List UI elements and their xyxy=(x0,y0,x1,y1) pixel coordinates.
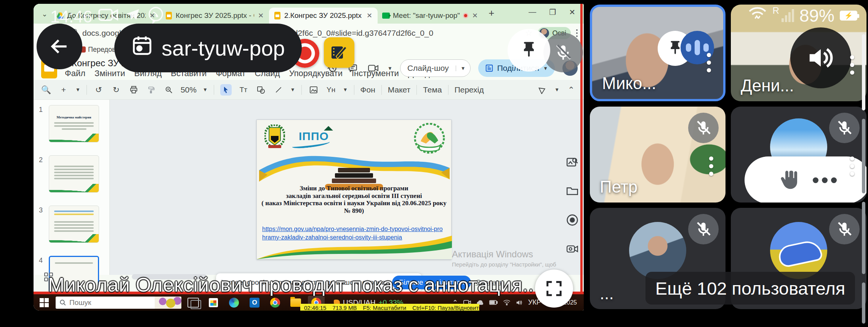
transition-button[interactable]: Перехід xyxy=(455,85,484,94)
tile-options-icon[interactable] xyxy=(709,156,713,176)
graduation-cap-icon xyxy=(324,126,333,131)
record-icon[interactable] xyxy=(566,214,578,228)
zoom-in-icon[interactable] xyxy=(163,84,175,96)
tab-slides-2-active[interactable]: 2.Конгрес ЗУ 2025.pptx - Goog ✕ xyxy=(269,8,378,24)
tab-search-chevron-icon[interactable]: ⌄ xyxy=(39,8,50,20)
print-icon[interactable] xyxy=(128,84,139,96)
tray-volume-icon[interactable] xyxy=(516,300,523,306)
tab-close-icon[interactable]: ✕ xyxy=(366,11,373,20)
avatar xyxy=(770,222,827,279)
audio-output-icon xyxy=(790,27,851,88)
new-tab-button[interactable]: + xyxy=(488,7,494,19)
slideshow-button[interactable]: Слайд-шоу xyxy=(400,64,456,73)
line-tool-icon[interactable] xyxy=(273,84,284,96)
meeting-code: sar-tyuw-pop xyxy=(162,36,285,61)
more-users-toast[interactable]: Ещё 102 пользователя xyxy=(645,272,855,305)
slides-workspace: 1 Методична майстерня 2 3 xyxy=(34,100,584,275)
shape-icon[interactable] xyxy=(255,84,267,96)
meeting-code-pill[interactable]: sar-tyuw-pop xyxy=(114,24,302,72)
meet-back-button[interactable] xyxy=(37,24,82,69)
redo-icon[interactable]: ↻ xyxy=(111,84,122,96)
windows-activation-watermark: Активація Windows Перейдіть до розділу "… xyxy=(452,249,556,268)
new-slide-icon[interactable]: + xyxy=(58,84,69,96)
slideshow-dropdown-icon[interactable]: ▼ xyxy=(456,65,470,71)
insert-image-icon[interactable] xyxy=(308,84,319,96)
participants-scrollbar-segment[interactable] xyxy=(862,282,865,324)
slide-filmstrip[interactable]: 1 Методична майстерня 2 3 xyxy=(34,100,110,275)
menu-file[interactable]: Файл xyxy=(65,69,85,78)
collapse-toolbar-icon[interactable]: ⌃ xyxy=(565,84,577,96)
tab-slides-1[interactable]: Конгрес ЗУ 2025.pptx - Googl ✕ xyxy=(160,8,269,24)
line-dropdown-icon[interactable]: ▼ xyxy=(290,87,295,93)
zoom-level[interactable]: 50% xyxy=(181,85,197,94)
tile-options-icon[interactable] xyxy=(707,53,711,72)
slide-thumbnail-2[interactable] xyxy=(49,155,99,193)
taskbar-store-icon[interactable] xyxy=(205,296,222,309)
taskbar-edge-icon[interactable] xyxy=(226,296,242,309)
share-dropdown-icon[interactable]: ▼ xyxy=(543,65,548,71)
mic-muted-icon xyxy=(688,113,719,143)
image-search-icon[interactable] xyxy=(567,157,578,169)
search-input[interactable] xyxy=(69,298,146,307)
laser-pointer-icon[interactable] xyxy=(537,84,548,96)
webcam-icon[interactable] xyxy=(567,244,578,255)
font-tool[interactable]: Yн xyxy=(325,84,337,96)
minimize-button[interactable]: — xyxy=(528,8,536,17)
tray-wifi-icon[interactable] xyxy=(503,300,511,305)
tray-battery-icon[interactable] xyxy=(489,300,498,305)
undo-icon[interactable]: ↺ xyxy=(93,84,104,96)
slide-title-text[interactable]: Зміни до Типової освітньої програми закл… xyxy=(261,185,447,214)
battery-percent: 89% xyxy=(799,5,834,26)
tab-close-icon[interactable]: ✕ xyxy=(257,11,264,20)
layout-button[interactable]: Макет xyxy=(388,85,410,94)
maximize-button[interactable]: ❐ xyxy=(549,8,556,17)
start-button[interactable] xyxy=(40,298,49,307)
zoom-dropdown-icon[interactable]: ▼ xyxy=(203,87,208,93)
taskbar-chrome-icon[interactable] xyxy=(267,296,283,309)
theme-button[interactable]: Тема xyxy=(423,85,442,94)
slide-thumbnail-3[interactable] xyxy=(49,206,99,243)
participant-name: Петр xyxy=(600,177,637,196)
slide-number: 4 xyxy=(39,257,45,265)
folder-icon[interactable] xyxy=(567,186,578,197)
fullscreen-button[interactable] xyxy=(535,270,573,308)
browser-menu-icon[interactable] xyxy=(576,29,578,37)
present-camera-icon[interactable] xyxy=(367,62,380,75)
search-menus-icon[interactable]: 🔍 xyxy=(40,84,52,96)
tile-options-icon[interactable] xyxy=(850,55,854,75)
annotation-app-icon[interactable] xyxy=(324,37,354,68)
thumbnail-title: Методична майстерня xyxy=(49,115,99,119)
participants-scrollbar[interactable] xyxy=(862,34,865,110)
task-view-icon[interactable] xyxy=(187,298,199,308)
tab-meet[interactable]: Meet: "sar-tyuw-pop" ✕ xyxy=(378,8,483,24)
presentation-caption: Миколай Олексійович проводит показ с анн… xyxy=(48,273,534,296)
raised-hand-indicator[interactable] xyxy=(745,156,866,203)
close-button[interactable]: ✕ xyxy=(569,8,575,17)
participant-tile-petr[interactable]: Петр xyxy=(590,107,725,203)
participant-tile-mykola[interactable]: Мико... xyxy=(590,5,725,101)
pointer-dropdown-icon[interactable]: ▼ xyxy=(554,87,559,93)
tab-close-icon[interactable]: ✕ xyxy=(471,11,479,20)
taskbar-search[interactable] xyxy=(56,297,181,309)
participants-scrollbar-segment[interactable] xyxy=(862,119,865,193)
font-tool-dropdown-icon[interactable]: ▼ xyxy=(343,87,348,93)
phone-status-right: R 89% ⚡ xyxy=(748,5,857,26)
camera-status-icon xyxy=(98,7,118,26)
tile-options-icon[interactable] xyxy=(850,156,854,176)
participant-tile-raised-hand[interactable] xyxy=(731,107,866,203)
carrier-letter: R xyxy=(773,5,779,16)
menu-edit[interactable]: Змінити xyxy=(94,69,125,78)
text-box-icon[interactable]: Tт xyxy=(238,84,249,96)
pin-screen-button[interactable] xyxy=(508,29,550,72)
select-tool-icon[interactable] xyxy=(220,84,232,96)
slide-thumbnail-1[interactable]: Методична майстерня xyxy=(49,105,99,142)
present-dropdown-icon[interactable]: ▼ xyxy=(388,65,392,71)
participants-scrollbar-segment[interactable] xyxy=(862,202,865,274)
paint-format-icon[interactable] xyxy=(146,84,157,96)
slide-canvas[interactable]: ІППО Змі xyxy=(256,120,452,260)
taskbar-outlook-icon[interactable]: O xyxy=(246,296,263,309)
tab-label: Meet: "sar-tyuw-pop" xyxy=(393,11,460,20)
new-slide-dropdown-icon[interactable]: ▼ xyxy=(75,87,80,93)
slide-number: 3 xyxy=(39,206,45,214)
background-button[interactable]: Фон xyxy=(360,85,375,94)
